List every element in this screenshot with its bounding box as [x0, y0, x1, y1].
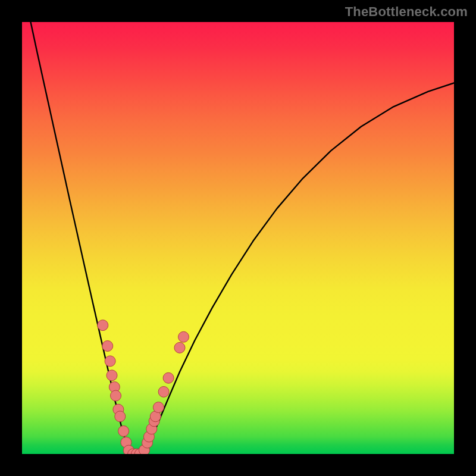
plot-gradient-background	[22, 22, 454, 454]
watermark-text: TheBottleneck.com	[345, 4, 468, 20]
chart-stage: TheBottleneck.com	[0, 0, 476, 476]
